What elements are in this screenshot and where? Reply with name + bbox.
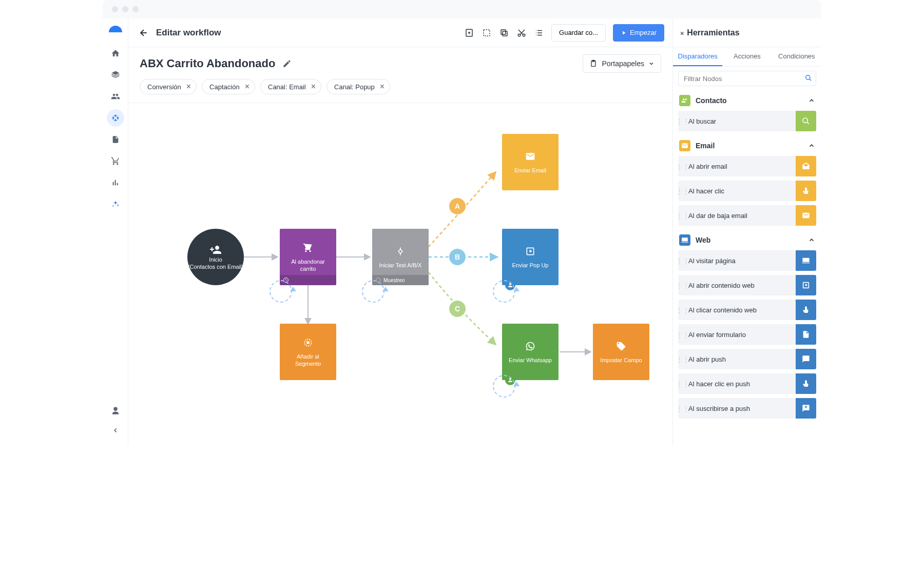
insert-point[interactable]: [493, 280, 515, 303]
open-external-icon: [796, 275, 816, 295]
clipboard-icon: [589, 60, 598, 68]
toolbar-cut-icon[interactable]: [516, 28, 527, 38]
unsubscribe-icon: [796, 205, 816, 226]
touch-icon: [796, 300, 816, 320]
left-sidebar: [103, 18, 128, 445]
trigger-subscribe-push[interactable]: ⋮⋮Al suscribirse a push: [678, 398, 816, 419]
split-icon: [394, 245, 407, 257]
popup-icon: [524, 245, 536, 257]
trigger-unsubscribe-email[interactable]: ⋮⋮Al dar de baja email: [678, 205, 816, 226]
nav-collapse-icon[interactable]: [107, 422, 124, 439]
trigger-visit-page[interactable]: ⋮⋮Al visitar página: [678, 250, 816, 271]
section-contacto[interactable]: Contacto: [673, 90, 821, 111]
insert-point[interactable]: [270, 280, 292, 303]
trigger-click-push[interactable]: ⋮⋮Al hacer clic en push: [678, 373, 816, 394]
tag-chip: Canal: Popup×: [326, 79, 390, 94]
panel-collapse-icon[interactable]: ›‹: [680, 29, 683, 37]
clipboard-button[interactable]: Portapapeles: [583, 54, 661, 73]
window-dot: [112, 6, 118, 12]
window-titlebar: [103, 0, 821, 18]
svg-point-5: [523, 34, 525, 36]
drag-handle-icon: ⋮⋮: [680, 380, 685, 388]
workflow-name: ABX Carrito Abandonado: [140, 57, 275, 70]
drag-handle-icon: ⋮⋮: [680, 187, 685, 195]
users-icon: [679, 95, 690, 106]
svg-point-11: [307, 341, 310, 344]
section-email[interactable]: Email: [673, 135, 821, 156]
nav-cart-icon[interactable]: [107, 152, 124, 170]
window-dot: [122, 6, 128, 12]
tab-actions[interactable]: Acciones: [722, 47, 772, 66]
tag-chip: Canal: Email×: [260, 79, 321, 94]
nav-workflow-icon[interactable]: [107, 109, 124, 127]
trigger-click-email[interactable]: ⋮⋮Al hacer clic: [678, 181, 816, 201]
drag-handle-icon: ⋮⋮: [680, 306, 685, 314]
search-icon: [796, 111, 816, 131]
insert-arrow-icon: [513, 382, 519, 386]
filter-nodes-input[interactable]: [678, 71, 816, 86]
chat-plus-icon: [796, 398, 816, 419]
nav-users-icon[interactable]: [107, 88, 124, 105]
node-ab-test[interactable]: Iniciar Test A/B/X Muestreo: [372, 229, 429, 285]
drag-handle-icon: ⋮⋮: [680, 331, 685, 339]
chip-remove-icon[interactable]: ×: [311, 82, 316, 91]
edit-icon[interactable]: [282, 59, 292, 68]
start-button[interactable]: Empezar: [613, 24, 664, 42]
trigger-on-search[interactable]: ⋮⋮Al buscar: [678, 111, 816, 131]
app-logo: [109, 26, 122, 32]
node-send-email[interactable]: Enviar Email: [502, 134, 559, 190]
chevron-up-icon: [808, 97, 815, 104]
cart-off-icon: [302, 242, 314, 254]
trigger-open-web-content[interactable]: ⋮⋮Al abrir contenido web: [678, 275, 816, 295]
topbar: Editar workflow Guardar co... Empezar: [128, 18, 672, 47]
branch-badge-b: B: [449, 249, 466, 265]
touch-icon: [796, 181, 816, 201]
back-button[interactable]: [137, 26, 151, 40]
drag-handle-icon: ⋮⋮: [680, 405, 685, 412]
chevron-down-icon: [648, 61, 654, 67]
chevron-up-icon: [808, 236, 815, 244]
save-as-button[interactable]: Guardar co...: [551, 24, 606, 42]
node-set-field[interactable]: Impostar Campo: [593, 324, 649, 380]
nav-account-icon[interactable]: [107, 402, 124, 420]
node-send-whatsapp[interactable]: Enviar Whatsapp: [502, 324, 559, 380]
segment-icon: [302, 336, 314, 349]
tag-chip: Conversión×: [140, 79, 197, 94]
window-dot: [132, 6, 139, 12]
nav-chart-icon[interactable]: [107, 174, 124, 191]
chip-remove-icon[interactable]: ×: [245, 82, 249, 91]
svg-point-14: [803, 118, 807, 123]
toolbar-copy-icon[interactable]: [499, 28, 509, 38]
workflow-canvas[interactable]: Inicio(Contactos con Email) Al abandonar…: [128, 103, 672, 445]
form-icon: [796, 324, 816, 345]
svg-rect-1: [484, 30, 490, 36]
nav-page-icon[interactable]: [107, 131, 124, 148]
svg-rect-3: [501, 30, 506, 34]
chip-remove-icon[interactable]: ×: [380, 82, 384, 91]
node-abandon-cart[interactable]: Al abandonar carrito: [280, 229, 336, 285]
insert-arrow-icon: [513, 287, 519, 291]
insert-point[interactable]: [493, 375, 515, 398]
trigger-open-push[interactable]: ⋮⋮Al abrir push: [678, 349, 816, 369]
toolbar-select-all-icon[interactable]: [482, 28, 492, 38]
tab-triggers[interactable]: Disparadores: [673, 47, 722, 66]
chip-remove-icon[interactable]: ×: [186, 82, 191, 91]
nav-home-icon[interactable]: [107, 45, 124, 62]
trigger-submit-form[interactable]: ⋮⋮Al enviar formulario: [678, 324, 816, 345]
tab-conditions[interactable]: Condiciones: [772, 47, 821, 66]
chevron-up-icon: [808, 142, 815, 149]
svg-point-4: [518, 34, 521, 36]
node-add-segment[interactable]: Añadir al Segmento: [280, 324, 336, 380]
insert-point[interactable]: [362, 280, 384, 303]
nav-layers-icon[interactable]: [107, 66, 124, 84]
section-web[interactable]: Web: [673, 230, 821, 250]
node-start[interactable]: Inicio(Contactos con Email): [187, 229, 244, 285]
toolbar-new-node-icon[interactable]: [464, 28, 474, 38]
node-send-popup[interactable]: Enviar Pop Up: [502, 229, 559, 285]
subheader: ABX Carrito Abandonado Portapapeles Conv…: [128, 47, 672, 103]
toolbar-order-icon[interactable]: [534, 28, 544, 38]
nav-sparkle-icon[interactable]: [107, 195, 124, 213]
trigger-click-web-content[interactable]: ⋮⋮Al clicar contenido web: [678, 300, 816, 320]
drag-handle-icon: ⋮⋮: [680, 163, 685, 170]
trigger-open-email[interactable]: ⋮⋮Al abrir email: [678, 156, 816, 176]
